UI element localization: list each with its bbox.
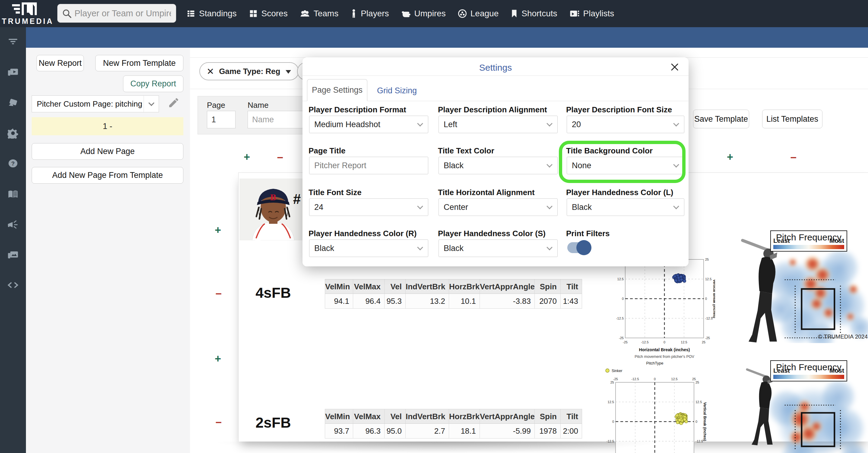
column-header: IndVertBrk: [405, 409, 449, 424]
brand-name: TRUMEDIA: [2, 17, 50, 26]
edit-pencil-icon[interactable]: [168, 97, 180, 110]
column-header: HorzBrk: [449, 279, 479, 294]
cell-value: 2:00: [560, 424, 582, 438]
nav-item-shortcuts[interactable]: Shortcuts: [510, 9, 557, 19]
copy-report-button[interactable]: Copy Report: [123, 76, 183, 92]
remove-column-button[interactable]: −: [277, 152, 283, 163]
remove-column-button[interactable]: −: [790, 152, 797, 163]
add-row-button[interactable]: +: [215, 353, 221, 364]
report-select[interactable]: Pitcher Custom Page: pitching -...: [32, 95, 159, 112]
new-from-template-button[interactable]: New From Template: [95, 55, 183, 71]
add-column-button[interactable]: +: [244, 151, 250, 163]
nav-item-label: League: [470, 9, 499, 19]
field-label: Player Handedness Color (R): [309, 229, 416, 238]
image-gallery-icon[interactable]: [0, 248, 26, 261]
color-scale-gradient: [773, 245, 844, 249]
svg-text:12.5: 12.5: [695, 400, 702, 404]
toggle-knob: [576, 240, 591, 255]
column-header: VelMin: [325, 409, 353, 424]
add-column-button[interactable]: +: [727, 151, 733, 163]
settings-gear-icon[interactable]: [0, 126, 26, 140]
player-description-format-select[interactable]: Medium Headshot: [309, 116, 428, 133]
title-text-color-select[interactable]: Black: [438, 157, 558, 174]
svg-text:Sinker: Sinker: [612, 369, 622, 373]
add-new-page-from-template-button[interactable]: Add New Page From Template: [32, 167, 183, 183]
column-header: VertApprAngle: [479, 409, 534, 424]
search-input[interactable]: [74, 4, 171, 22]
announcements-megaphone-icon[interactable]: [0, 218, 26, 231]
svg-text:Pitch movement from pitcher's: Pitch movement from pitcher's POV: [634, 355, 694, 359]
field-label: Title Text Color: [438, 146, 494, 155]
player-handedness-color-r-select[interactable]: Black: [309, 239, 428, 257]
chevron-down-icon: [542, 116, 557, 133]
select-value: Black: [439, 244, 542, 253]
title-horizontal-alignment-select[interactable]: Center: [438, 198, 558, 216]
field-label: Title Horizontal Alignment: [438, 188, 535, 197]
save-template-button[interactable]: Save Template: [693, 110, 749, 129]
code-icon[interactable]: [0, 278, 26, 292]
nav-item-scores[interactable]: Scores: [249, 9, 288, 19]
cell-value: 2070: [534, 294, 560, 308]
players-icon: [350, 9, 357, 18]
svg-text:12.5: 12.5: [617, 277, 624, 281]
new-report-button[interactable]: New Report: [36, 55, 84, 71]
chevron-down-icon: [542, 199, 557, 216]
nav-item-standings[interactable]: Standings: [186, 9, 237, 19]
manual-book-icon[interactable]: [0, 188, 26, 201]
page-number-input[interactable]: [207, 111, 236, 129]
nav-item-teams[interactable]: Teams: [300, 9, 338, 19]
pitch-frequency-heatmap-4sfb: Pitch FrequencyLeastMost© TRUMEDIA 2024: [741, 225, 868, 343]
svg-text:12.5: 12.5: [608, 400, 614, 404]
svg-text:-12.5: -12.5: [695, 440, 703, 443]
player-handedness-color-l-select[interactable]: Black: [567, 198, 684, 216]
pitch-section-label: 4sFB: [240, 284, 306, 301]
tab-grid-sizing[interactable]: Grid Sizing: [377, 86, 417, 95]
nav-item-playlists[interactable]: Playlists: [569, 9, 614, 19]
pitch-frequency-heatmap-2sfb: Pitch FrequencyLeastMost: [741, 355, 868, 453]
close-icon[interactable]: ✕: [207, 66, 214, 77]
field-label: Player Description Font Size: [566, 105, 672, 114]
remove-row-button[interactable]: −: [215, 417, 222, 428]
svg-text:12.5: 12.5: [671, 377, 677, 381]
cell-value: 96.3: [353, 424, 384, 438]
pitch-stats-table-4sfb: VelMinVelMaxVelIndVertBrkHorzBrkVertAppr…: [325, 279, 582, 309]
close-icon[interactable]: [669, 62, 680, 73]
add-row-button[interactable]: +: [215, 225, 221, 235]
title-background-color-select[interactable]: None: [567, 157, 684, 174]
chevron-down-icon: [542, 157, 557, 174]
playlist-video-icon[interactable]: [0, 65, 26, 79]
page-title-input[interactable]: [309, 157, 428, 174]
player-description-font-size-select[interactable]: 20: [567, 116, 684, 133]
strike-zone-overlay: [769, 383, 868, 453]
whiteboard-icon[interactable]: [0, 96, 26, 110]
search-box[interactable]: [57, 4, 176, 23]
filter-chip-game-type[interactable]: ✕ Game Type: Reg: [199, 62, 299, 80]
player-handedness-color-s-select[interactable]: Black: [438, 239, 558, 257]
title-font-size-select[interactable]: 24: [309, 198, 428, 216]
tab-page-settings[interactable]: Page Settings: [307, 79, 367, 101]
umpires-icon: [401, 9, 411, 18]
remove-row-button[interactable]: −: [215, 288, 222, 299]
print-filters-toggle[interactable]: [567, 242, 587, 253]
trumedia-logo-icon[interactable]: [11, 2, 40, 18]
nav-item-umpires[interactable]: Umpires: [401, 9, 446, 19]
cell-value: 93.7: [325, 424, 353, 438]
select-value: Black: [309, 244, 412, 253]
nav-item-players[interactable]: Players: [350, 9, 389, 19]
page-indicator[interactable]: 1 -: [32, 117, 183, 135]
filter-icon[interactable]: [0, 35, 26, 48]
player-description-alignment-select[interactable]: Left: [438, 116, 558, 133]
chevron-down-icon: [412, 116, 428, 133]
add-new-page-button[interactable]: Add New Page: [32, 143, 183, 160]
select-value: Center: [439, 203, 542, 212]
svg-text:-25: -25: [705, 336, 710, 340]
help-icon[interactable]: ?: [0, 157, 26, 170]
svg-text:25: 25: [692, 377, 696, 381]
report-select-arrow[interactable]: [144, 96, 159, 112]
list-templates-button[interactable]: List Templates: [762, 110, 823, 129]
svg-text:25: 25: [611, 380, 614, 384]
select-value: 20: [567, 120, 668, 129]
svg-text:Horizontal Break (inches): Horizontal Break (inches): [639, 347, 690, 352]
nav-item-league[interactable]: League: [458, 9, 499, 19]
select-value: Medium Headshot: [309, 120, 412, 129]
